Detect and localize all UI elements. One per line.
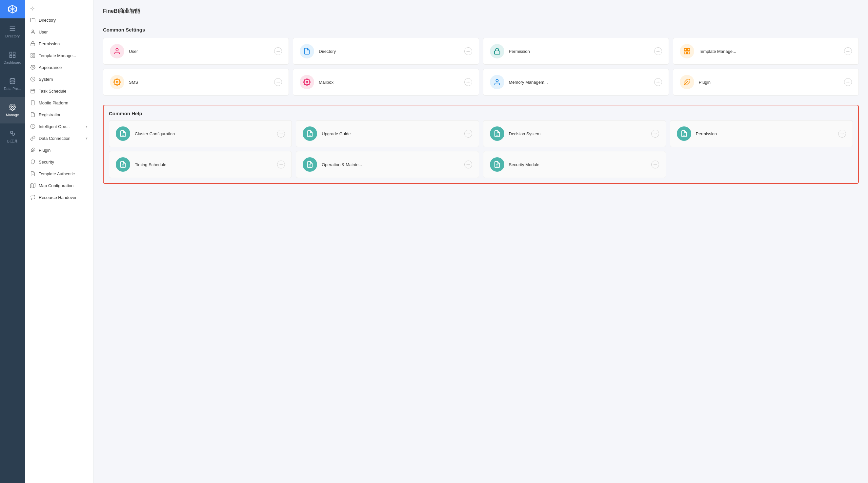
permission-card-arrow: → <box>654 47 662 55</box>
main-content: FineBI商业智能 Common Settings User → Direct… <box>94 0 868 483</box>
card-upgrade-guide[interactable]: Upgrade Guide → <box>296 120 479 147</box>
card-permission[interactable]: Permission → <box>483 38 669 65</box>
sidebar: ⊹ Directory User Permission Template Man… <box>25 0 94 483</box>
card-cluster-config[interactable]: Cluster Configuration → <box>109 120 292 147</box>
sidebar-directory-label: Directory <box>39 18 56 23</box>
plugin-card-icon <box>680 75 694 89</box>
plugin-card-arrow: → <box>844 78 852 86</box>
sidebar-item-plugin[interactable]: Plugin <box>25 144 93 156</box>
card-decision-system[interactable]: Decision System → <box>483 120 666 147</box>
cluster-config-icon <box>116 126 130 141</box>
sidebar-item-intelligent-ope[interactable]: Intelligent Ope... ▼ <box>25 120 93 132</box>
cluster-config-label: Cluster Configuration <box>135 131 273 136</box>
app-logo[interactable] <box>0 0 25 19</box>
sidebar-item-data-connection[interactable]: Data Connection ▼ <box>25 132 93 144</box>
sms-card-icon <box>110 75 124 89</box>
sidebar-data-connection-label: Data Connection <box>39 136 70 141</box>
svg-point-7 <box>10 79 15 81</box>
sidebar-item-permission[interactable]: Permission <box>25 38 93 50</box>
svg-rect-3 <box>10 52 12 54</box>
permission-help-arrow: → <box>838 130 846 138</box>
sidebar-intelligent-ope-label: Intelligent Ope... <box>39 124 70 129</box>
sidebar-plugin-label: Plugin <box>39 148 51 153</box>
nav-item-manage-label: Manage <box>6 113 19 117</box>
svg-point-10 <box>12 133 14 135</box>
sidebar-item-appearance[interactable]: Appearance <box>25 61 93 73</box>
nav-item-data-prep-label: Data Pre... <box>4 87 21 91</box>
common-settings-grid: User → Directory → Permission → <box>103 38 859 95</box>
card-plugin[interactable]: Plugin → <box>673 68 859 95</box>
permission-help-label: Permission <box>696 131 834 136</box>
nav-item-data-prep[interactable]: Data Pre... <box>0 71 25 97</box>
directory-card-arrow: → <box>464 47 472 55</box>
sms-card-label: SMS <box>129 80 270 85</box>
sidebar-mobile-platform-label: Mobile Platform <box>39 101 68 105</box>
svg-marker-29 <box>31 183 35 188</box>
memory-manage-card-label: Memory Managem... <box>509 80 650 85</box>
sidebar-registration-label: Registration <box>39 112 61 117</box>
cluster-config-arrow: → <box>277 130 285 138</box>
card-sms[interactable]: SMS → <box>103 68 289 95</box>
sidebar-item-template-authentic[interactable]: Template Authentic... <box>25 168 93 179</box>
memory-manage-card-icon <box>490 75 504 89</box>
sms-card-arrow: → <box>274 78 282 86</box>
template-manage-card-arrow: → <box>844 47 852 55</box>
svg-rect-34 <box>684 49 686 51</box>
card-mailbox[interactable]: Mailbox → <box>293 68 479 95</box>
sidebar-item-resource-handover[interactable]: Resource Handover <box>25 192 93 203</box>
card-template-manage[interactable]: Template Manage... → <box>673 38 859 65</box>
card-permission-help[interactable]: Permission → <box>670 120 853 147</box>
nav-item-directory-label: Directory <box>5 34 20 38</box>
card-operation-mainte[interactable]: Operation & Mainte... → <box>296 151 479 178</box>
sidebar-item-registration[interactable]: Registration <box>25 109 93 120</box>
svg-point-17 <box>32 67 33 68</box>
card-timing-schedule[interactable]: Timing Schedule → <box>109 151 292 178</box>
common-help-section: Common Help Cluster Configuration → Upgr… <box>103 105 859 184</box>
nav-item-dashboard[interactable]: Dashboard <box>0 45 25 71</box>
svg-rect-33 <box>494 51 500 54</box>
sidebar-system-label: System <box>39 77 53 82</box>
icon-nav: Directory Dashboard Data Pre... Manage B… <box>0 0 25 483</box>
timing-schedule-arrow: → <box>277 161 285 168</box>
nav-item-bi-tools-label: BI工具 <box>7 139 18 144</box>
sidebar-map-configuration-label: Map Configuration <box>39 183 73 188</box>
sidebar-pin-icon[interactable]: ⊹ <box>30 5 34 11</box>
svg-rect-16 <box>33 56 35 57</box>
svg-point-38 <box>116 81 118 83</box>
security-module-arrow: → <box>651 161 659 168</box>
timing-schedule-label: Timing Schedule <box>135 162 273 167</box>
card-security-module[interactable]: Security Module → <box>483 151 666 178</box>
app-title: FineBI商业智能 <box>103 8 140 15</box>
sidebar-item-security[interactable]: Security <box>25 156 93 168</box>
sidebar-item-mobile-platform[interactable]: Mobile Platform <box>25 97 93 109</box>
sidebar-item-user[interactable]: User <box>25 26 93 38</box>
user-card-icon <box>110 44 124 58</box>
card-user[interactable]: User → <box>103 38 289 65</box>
sidebar-task-schedule-label: Task Schedule <box>39 89 67 93</box>
svg-point-11 <box>32 30 33 31</box>
nav-item-bi-tools[interactable]: BI工具 <box>0 123 25 150</box>
card-memory-manage[interactable]: Memory Managem... → <box>483 68 669 95</box>
svg-point-40 <box>496 80 498 82</box>
sidebar-item-map-configuration[interactable]: Map Configuration <box>25 179 93 192</box>
nav-item-manage[interactable]: Manage <box>0 97 25 123</box>
decision-system-arrow: → <box>651 130 659 138</box>
plugin-card-label: Plugin <box>699 80 839 85</box>
sidebar-header: ⊹ <box>25 0 93 14</box>
upgrade-guide-label: Upgrade Guide <box>322 131 459 136</box>
sidebar-item-directory[interactable]: Directory <box>25 14 93 26</box>
user-card-arrow: → <box>274 47 282 55</box>
sidebar-item-task-schedule[interactable]: Task Schedule <box>25 85 93 97</box>
nav-item-dashboard-label: Dashboard <box>4 60 21 64</box>
intelligent-ope-chevron: ▼ <box>85 125 88 129</box>
card-directory[interactable]: Directory → <box>293 38 479 65</box>
operation-mainte-icon <box>303 157 317 172</box>
svg-rect-15 <box>31 56 32 57</box>
sidebar-template-manage-label: Template Manage... <box>39 53 76 58</box>
nav-item-directory[interactable]: Directory <box>0 19 25 45</box>
sidebar-item-system[interactable]: System <box>25 73 93 85</box>
decision-system-label: Decision System <box>509 131 647 136</box>
sidebar-item-template-manage[interactable]: Template Manage... <box>25 50 93 61</box>
svg-rect-19 <box>31 89 35 93</box>
decision-system-icon <box>490 126 504 141</box>
